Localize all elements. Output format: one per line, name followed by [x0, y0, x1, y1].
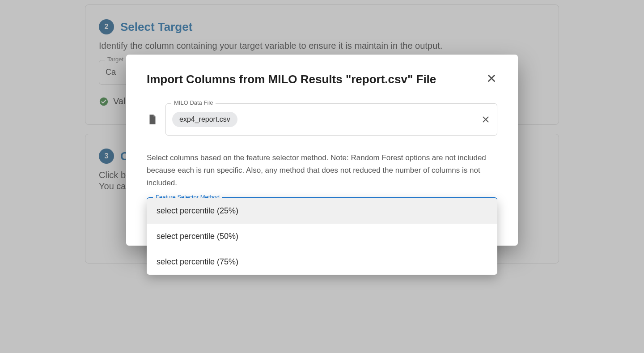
- method-note: Select columns based on the feature sele…: [147, 152, 497, 189]
- option-25[interactable]: select percentile (25%): [147, 198, 497, 224]
- milo-file-field[interactable]: MILO Data File exp4_report.csv: [165, 103, 497, 136]
- clear-file-icon[interactable]: [481, 115, 491, 124]
- import-columns-modal: Import Columns from MILO Results "report…: [126, 55, 518, 246]
- option-75[interactable]: select percentile (75%): [147, 249, 497, 275]
- feature-selector-dropdown: select percentile (25%) select percentil…: [147, 198, 497, 275]
- modal-overlay[interactable]: Import Columns from MILO Results "report…: [0, 0, 644, 353]
- option-50[interactable]: select percentile (50%): [147, 224, 497, 249]
- file-icon: [147, 114, 158, 125]
- milo-file-label: MILO Data File: [171, 99, 216, 106]
- close-icon[interactable]: [486, 72, 497, 84]
- modal-title: Import Columns from MILO Results "report…: [147, 72, 445, 86]
- feature-selector-wrap: Feature Selector Method select percentil…: [147, 197, 497, 221]
- milo-file-chip: exp4_report.csv: [172, 112, 237, 127]
